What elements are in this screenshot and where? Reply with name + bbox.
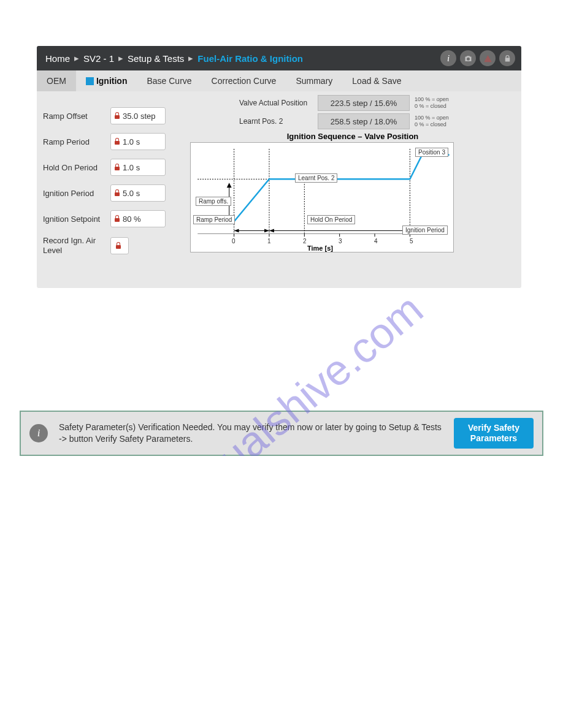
tick-1: 1	[267, 238, 271, 245]
legend-closed: 0 % = closed	[415, 103, 449, 110]
lock-icon	[115, 138, 120, 145]
chart-label-ignition-period: Ignition Period	[402, 226, 448, 235]
ramp-offset-input[interactable]: 35.0 step	[110, 107, 166, 124]
ignition-setpoint-input[interactable]: 80 %	[110, 210, 166, 227]
legend-closed: 0 % = closed	[415, 121, 449, 128]
config-panel: Home ▸ SV2 - 1 ▸ Setup & Tests ▸ Fuel-Ai…	[37, 46, 521, 288]
svg-marker-7	[227, 183, 232, 188]
warning-icon[interactable]	[480, 50, 496, 66]
info-icon[interactable]: i	[440, 50, 456, 66]
ignition-sequence-chart: Position 3 Learnt Pos. 2 Ramp offs. Ramp…	[190, 142, 454, 252]
learnt2-label: Learnt Pos. 2	[239, 117, 313, 126]
record-air-label: Record Ign. Air Level	[43, 236, 110, 255]
valve-legend: 100 % = open 0 % = closed	[415, 96, 449, 110]
tick-5: 5	[410, 238, 413, 245]
tab-correction-curve[interactable]: Correction Curve	[202, 70, 286, 91]
ramp-offset-label: Ramp Offset	[43, 112, 110, 121]
ignition-period-input[interactable]: 5.0 s	[110, 184, 166, 202]
lock-icon	[116, 243, 121, 249]
crumb-home[interactable]: Home	[43, 53, 72, 64]
crumb-current: Fuel-Air Ratio & Ignition	[195, 53, 305, 64]
legend-open: 100 % = open	[415, 115, 449, 121]
tab-summary[interactable]: Summary	[286, 70, 342, 91]
tab-base-curve[interactable]: Base Curve	[137, 70, 201, 91]
ignition-setpoint-label: Ignition Setpoint	[43, 214, 110, 224]
legend-open: 100 % = open	[415, 96, 449, 103]
hold-on-input[interactable]: 1.0 s	[110, 159, 166, 176]
tab-ignition[interactable]: Ignition	[76, 70, 137, 91]
status-and-chart: Valve Actual Position 223.5 step / 15.6%…	[190, 95, 515, 264]
tick-4: 4	[374, 238, 378, 245]
svg-marker-10	[234, 229, 239, 232]
tick-0: 0	[232, 238, 236, 245]
lock-icon	[115, 113, 120, 119]
lock-icon	[115, 164, 120, 170]
ramp-offset-value: 35.0 step	[123, 112, 156, 121]
info-icon: i	[29, 424, 48, 442]
tick-2: 2	[303, 238, 307, 245]
crumb-setup[interactable]: Setup & Tests	[125, 53, 186, 64]
svg-marker-11	[264, 229, 269, 232]
chart-label-ramp-offs: Ramp offs.	[196, 197, 231, 206]
tab-oem[interactable]: OEM	[37, 70, 76, 91]
ignition-period-value: 5.0 s	[123, 189, 140, 198]
ramp-period-label: Ramp Period	[43, 137, 110, 146]
safety-notice: i Safety Parameter(s) Verification Neede…	[20, 411, 543, 456]
camera-icon[interactable]	[460, 50, 476, 66]
chart-label-ramp-period: Ramp Period	[193, 215, 235, 224]
tick-3: 3	[339, 238, 342, 245]
ramp-period-input[interactable]: 1.0 s	[110, 133, 166, 150]
tab-load-save[interactable]: Load & Save	[342, 70, 411, 91]
valve-actual-value: 223.5 step / 15.6%	[318, 95, 410, 111]
chart-label-position3: Position 3	[415, 148, 448, 157]
notice-text: Safety Parameter(s) Verification Needed.…	[59, 422, 443, 445]
parameter-column: Ramp Offset 35.0 step Ramp Period 1.0 s …	[43, 95, 184, 264]
chevron-right-icon: ▸	[117, 53, 125, 64]
hold-on-label: Hold On Period	[43, 163, 110, 172]
tab-ignition-label: Ignition	[96, 76, 128, 86]
tab-bar: OEM Ignition Base Curve Correction Curve…	[37, 70, 521, 91]
lock-icon	[115, 190, 120, 196]
learnt2-legend: 100 % = open 0 % = closed	[415, 115, 449, 128]
hold-on-value: 1.0 s	[123, 163, 140, 172]
verify-safety-button[interactable]: Verify Safety Parameters	[454, 418, 534, 449]
record-air-input[interactable]	[110, 237, 129, 254]
crumb-sv2[interactable]: SV2 - 1	[81, 53, 117, 64]
lock-icon[interactable]	[499, 50, 515, 66]
active-tab-marker-icon	[86, 77, 94, 85]
learnt2-value: 258.5 step / 18.0%	[318, 113, 410, 129]
chevron-right-icon: ▸	[186, 53, 195, 64]
lock-icon	[115, 216, 120, 222]
breadcrumb-bar: Home ▸ SV2 - 1 ▸ Setup & Tests ▸ Fuel-Ai…	[37, 46, 521, 70]
ignition-setpoint-value: 80 %	[123, 214, 141, 224]
chart-label-learnt2: Learnt Pos. 2	[295, 173, 337, 183]
chart-label-hold-on: Hold On Period	[307, 215, 355, 224]
chevron-right-icon: ▸	[72, 53, 81, 64]
x-axis-label: Time [s]	[307, 245, 333, 252]
ignition-period-label: Ignition Period	[43, 189, 110, 198]
svg-marker-13	[269, 229, 274, 232]
ramp-period-value: 1.0 s	[123, 137, 140, 146]
chart-title: Ignition Sequence – Valve Position	[190, 132, 515, 141]
valve-actual-label: Valve Actual Position	[239, 99, 313, 107]
